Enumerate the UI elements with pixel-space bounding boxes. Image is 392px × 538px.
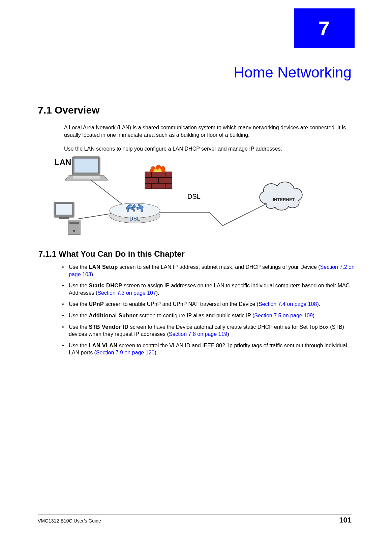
svg-point-11 <box>73 230 75 232</box>
text: Use the <box>69 324 89 330</box>
list-item: Use the Additional Subnet screen to conf… <box>69 312 355 319</box>
bullet-list: Use the LAN Setup screen to set the LAN … <box>69 263 355 360</box>
text: ). <box>154 350 158 355</box>
text: ) <box>227 331 229 337</box>
footer-page-number: 101 <box>339 516 352 525</box>
laptop-icon <box>65 157 108 180</box>
cross-ref-link[interactable]: Section 7.8 on page 119 <box>169 331 227 337</box>
section-heading-whatyoucando: 7.1.1 What You Can Do in this Chapter <box>38 249 185 259</box>
list-item: Use the UPnP screen to enable UPnP and U… <box>69 300 355 308</box>
page: 7 Home Networking 7.1 Overview A Local A… <box>0 0 392 538</box>
overview-para1: A Local Area Network (LAN) is a shared c… <box>64 124 354 138</box>
overview-para2: Use the LAN screens to help you configur… <box>64 145 354 153</box>
text: ). <box>156 290 159 296</box>
dsl-router-icon: DSL <box>110 203 160 223</box>
footer-guide-name: VMG1312-B10C User’s Guide <box>38 518 101 524</box>
section-heading-overview: 7.1 Overview <box>38 104 99 116</box>
list-item: Use the LAN Setup screen to set the LAN … <box>69 263 355 278</box>
firewall-icon <box>145 165 172 189</box>
text: ). <box>317 301 320 307</box>
bold: UPnP <box>89 301 104 307</box>
router-label: DSL <box>129 216 140 222</box>
text: ). <box>313 313 316 318</box>
network-diagram: DSL INTERNET <box>51 153 320 238</box>
svg-rect-5 <box>73 176 100 179</box>
text: Use the <box>69 301 89 307</box>
bold: LAN Setup <box>89 264 118 270</box>
desktop-icon <box>54 202 80 235</box>
internet-label: INTERNET <box>273 197 295 202</box>
chapter-number-box: 7 <box>294 8 355 48</box>
cross-ref-link[interactable]: Section 7.4 on page 108 <box>259 301 317 307</box>
cross-ref-link[interactable]: Section 7.3 on page 107 <box>97 290 156 296</box>
chapter-title: Home Networking <box>0 64 352 81</box>
svg-rect-3 <box>74 158 98 173</box>
bold: Additional Subnet <box>89 313 138 318</box>
page-footer: VMG1312-B10C User’s Guide 101 <box>38 514 352 525</box>
list-item: Use the STB Vendor ID screen to have the… <box>69 323 355 338</box>
text: Use the <box>69 313 89 318</box>
list-item: Use the Static DHCP screen to assign IP … <box>69 282 355 296</box>
text: Use the <box>69 264 89 270</box>
internet-cloud-icon: INTERNET <box>260 182 302 210</box>
text: screen to configure IP alias and public … <box>138 313 254 318</box>
text: screen to set the LAN IP address, subnet… <box>118 264 320 270</box>
text: screen to enable UPnP and UPnP NAT trave… <box>104 301 259 307</box>
bold: LAN VLAN <box>89 343 118 348</box>
svg-rect-10 <box>69 222 79 224</box>
text: Use the <box>69 283 89 288</box>
cross-ref-link[interactable]: Section 7.9 on page 120 <box>96 350 154 355</box>
text: ). <box>91 272 95 277</box>
svg-rect-7 <box>56 204 72 215</box>
list-item: Use the LAN VLAN screen to control the V… <box>69 342 355 356</box>
text: Use the <box>69 343 89 348</box>
bold: STB Vendor ID <box>89 324 129 330</box>
cross-ref-link[interactable]: Section 7.5 on page 109 <box>254 313 312 318</box>
bold: Static DHCP <box>89 283 122 288</box>
chapter-number: 7 <box>319 17 330 40</box>
svg-rect-8 <box>59 217 69 219</box>
